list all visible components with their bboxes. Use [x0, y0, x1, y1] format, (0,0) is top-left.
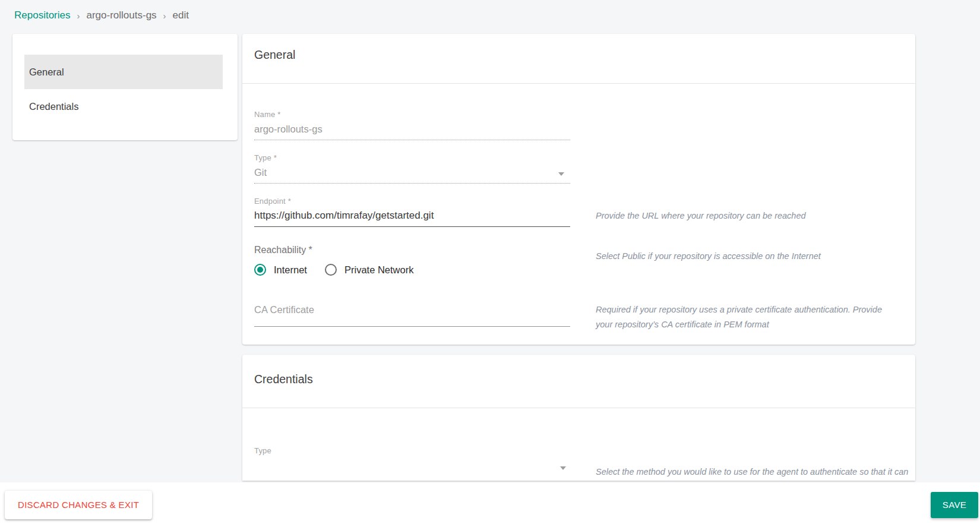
radio-option-internet-label: Internet	[274, 264, 307, 276]
credentials-panel: Credentials Type Select the method you w…	[242, 355, 915, 481]
reachability-helper-text: Select Public if your repository is acce…	[596, 249, 916, 264]
credentials-type-select[interactable]: Type	[254, 446, 570, 456]
radio-option-internet[interactable]: Internet	[254, 264, 307, 276]
general-panel-title: General	[242, 34, 915, 84]
name-field-value: argo-rollouts-gs	[254, 123, 570, 140]
credentials-panel-title: Credentials	[242, 355, 915, 408]
breadcrumb: Repositories › argo-rollouts-gs › edit	[0, 0, 980, 31]
ca-certificate-placeholder[interactable]: CA Certificate	[254, 304, 570, 327]
credentials-type-label: Type	[254, 446, 570, 456]
general-panel: General Name * argo-rollouts-gs Type * G…	[242, 34, 915, 345]
type-select-value: Git	[254, 166, 570, 184]
breadcrumb-link-repositories[interactable]: Repositories	[14, 10, 71, 21]
type-select: Type * Git	[254, 153, 570, 184]
radio-selected-icon	[254, 264, 266, 276]
credentials-panel-body: Type Select the method you would like to…	[242, 408, 915, 477]
sidebar-item-credentials[interactable]: Credentials	[24, 89, 223, 124]
discard-changes-button[interactable]: DISCARD CHANGES & EXIT	[5, 491, 152, 519]
section-nav-sidebar: General Credentials	[12, 34, 238, 140]
general-panel-body: Name * argo-rollouts-gs Type * Git Endpo…	[242, 84, 915, 345]
sidebar-item-general[interactable]: General	[24, 55, 223, 89]
endpoint-field-label: Endpoint *	[254, 197, 570, 206]
credentials-type-helper-text: Select the method you would like to use …	[596, 465, 915, 479]
chevron-down-icon	[560, 466, 566, 470]
radio-option-private-network-label: Private Network	[344, 264, 413, 276]
chevron-down-icon	[558, 172, 564, 176]
main-column: General Name * argo-rollouts-gs Type * G…	[242, 34, 915, 481]
endpoint-field[interactable]: Endpoint * https://github.com/timrafay/g…	[254, 197, 570, 227]
name-field-label: Name *	[254, 110, 570, 119]
breadcrumb-current-page: edit	[173, 10, 189, 21]
radio-option-private-network[interactable]: Private Network	[325, 264, 413, 276]
breadcrumb-item-repository-name: argo-rollouts-gs	[87, 10, 157, 21]
footer-action-bar: DISCARD CHANGES & EXIT SAVE	[0, 482, 980, 527]
type-select-label: Type *	[254, 153, 570, 163]
endpoint-field-value[interactable]: https://github.com/timrafay/getstarted.g…	[254, 210, 570, 227]
radio-unselected-icon	[325, 264, 337, 276]
page-content: General Credentials General Name * argo-…	[0, 31, 980, 481]
save-button[interactable]: SAVE	[931, 492, 978, 518]
chevron-right-icon: ›	[77, 11, 80, 21]
endpoint-helper-text: Provide the URL where your repository ca…	[596, 209, 916, 223]
reachability-radio-group: Internet Private Network	[254, 264, 903, 276]
ca-certificate-field[interactable]: CA Certificate	[254, 304, 570, 327]
ca-certificate-helper-text: Required if your repository uses a priva…	[596, 302, 896, 332]
chevron-right-icon: ›	[163, 11, 166, 21]
name-field: Name * argo-rollouts-gs	[254, 110, 570, 140]
